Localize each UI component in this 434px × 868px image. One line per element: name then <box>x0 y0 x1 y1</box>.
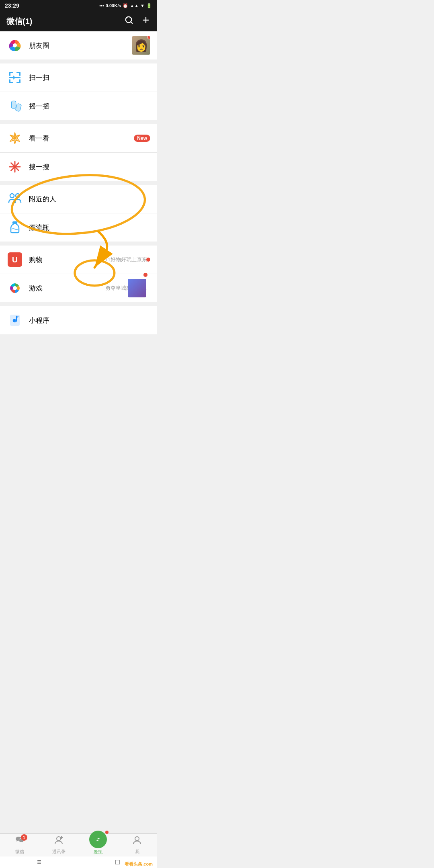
divider-2 <box>0 120 157 124</box>
services-section: U 购物 11.11好物好玩上京东 游戏 勇夺皇城乱世称王 <box>0 246 157 302</box>
svg-rect-11 <box>9 79 10 83</box>
shop-item[interactable]: U 购物 11.11好物好玩上京东 <box>0 246 157 274</box>
header-actions <box>125 16 150 27</box>
wifi-icon: ▼ <box>140 3 145 8</box>
discover-section: 看一看 New 搜一搜 <box>0 124 157 181</box>
game-red-dot <box>143 272 148 277</box>
svg-rect-13 <box>19 79 20 83</box>
status-icons: ••• 0.00K/s ⏰ ▲▲ ▼ 🔋 <box>99 3 152 8</box>
nearby-icon <box>7 191 23 207</box>
app-title: 微信(1) <box>6 16 32 27</box>
shake-icon-wrap <box>6 98 23 115</box>
bottle-icon-wrap <box>6 219 23 236</box>
sousou-label: 搜一搜 <box>29 162 150 172</box>
header: 微信(1) <box>0 11 157 31</box>
miniapp-item[interactable]: 小程序 <box>0 306 157 334</box>
miniapp-icon <box>8 313 22 328</box>
scan-icon <box>8 70 22 85</box>
moments-thumbnail: 👩 <box>132 36 150 55</box>
network-speed: 0.00K/s <box>106 3 121 8</box>
moments-icon-wrap <box>6 37 23 54</box>
kan-icon <box>8 131 22 145</box>
game-icon-wrap <box>6 280 23 297</box>
svg-point-28 <box>13 286 17 290</box>
social-section: 附近的人 漂流瓶 <box>0 185 157 242</box>
nearby-label: 附近的人 <box>29 194 150 204</box>
sousou-icon <box>8 160 22 174</box>
miniapp-icon-wrap <box>6 312 23 329</box>
shake-label: 摇一摇 <box>29 102 150 111</box>
signal-icon: ▲▲ <box>130 3 139 8</box>
shop-icon-wrap: U <box>6 251 23 268</box>
scan-label: 扫一扫 <box>29 73 150 82</box>
moments-section: 朋友圈 👩 <box>0 31 157 59</box>
svg-rect-9 <box>19 72 20 76</box>
status-bar: 23:29 ••• 0.00K/s ⏰ ▲▲ ▼ 🔋 <box>0 0 157 11</box>
bottle-item[interactable]: 漂流瓶 <box>0 213 157 242</box>
bottle-label: 漂流瓶 <box>29 223 150 232</box>
shake-item[interactable]: 摇一摇 <box>0 92 157 120</box>
game-icon <box>8 281 22 295</box>
bottle-icon <box>8 220 22 235</box>
kan-icon-wrap <box>6 130 23 147</box>
svg-point-25 <box>10 194 14 198</box>
game-item[interactable]: 游戏 勇夺皇城乱世称王 <box>0 274 157 302</box>
content: 朋友圈 👩 <box>0 31 157 375</box>
shop-label: 购物 <box>29 255 97 264</box>
miniapp-label: 小程序 <box>29 316 150 325</box>
svg-rect-16 <box>12 101 16 108</box>
game-label: 游戏 <box>29 284 105 293</box>
time: 23:29 <box>5 2 19 9</box>
svg-rect-18 <box>16 104 21 111</box>
sousousou-item[interactable]: 搜一搜 <box>0 153 157 181</box>
divider-5 <box>0 302 157 306</box>
svg-point-5 <box>13 43 17 47</box>
signal-dots: ••• <box>99 3 104 8</box>
moments-item[interactable]: 朋友圈 👩 <box>0 31 157 59</box>
alarm-icon: ⏰ <box>123 3 128 8</box>
battery-icon: 🔋 <box>146 3 152 8</box>
mini-section: 小程序 <box>0 306 157 334</box>
shop-icon: U <box>8 252 22 267</box>
kan-label: 看一看 <box>29 134 131 143</box>
divider-3 <box>0 181 157 185</box>
nearby-item[interactable]: 附近的人 <box>0 185 157 213</box>
divider-1 <box>0 59 157 63</box>
game-thumbnail <box>128 279 146 297</box>
scan-icon-wrap <box>6 69 23 86</box>
tools-section: 扫一扫 摇一摇 <box>0 63 157 120</box>
nearby-icon-wrap <box>6 190 23 207</box>
divider-4 <box>0 242 157 246</box>
sousou-icon-wrap <box>6 158 23 175</box>
svg-line-1 <box>131 22 132 23</box>
add-icon[interactable] <box>141 16 150 27</box>
svg-rect-7 <box>9 72 10 76</box>
shake-icon <box>8 99 22 113</box>
new-badge: New <box>134 135 150 142</box>
kan-item[interactable]: 看一看 New <box>0 124 157 153</box>
scan-item[interactable]: 扫一扫 <box>0 63 157 92</box>
shop-meta: 11.11好物好玩上京东 <box>97 256 147 263</box>
svg-point-26 <box>16 194 20 198</box>
svg-point-30 <box>14 320 15 321</box>
bottom-spacer <box>0 334 157 375</box>
moments-icon <box>7 38 23 53</box>
shop-red-dot <box>146 258 150 262</box>
search-icon[interactable] <box>125 16 133 27</box>
